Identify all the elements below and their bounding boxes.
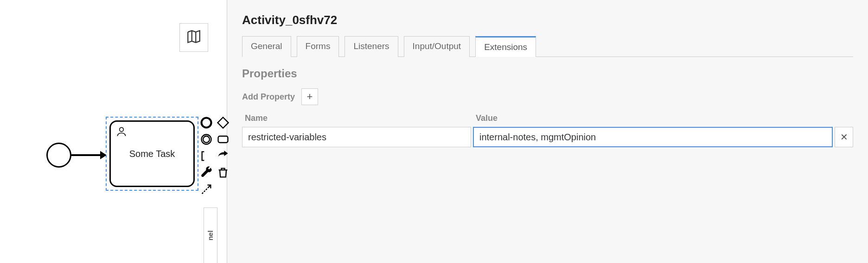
app-root: Some Task	[0, 0, 868, 263]
svg-rect-7	[218, 136, 228, 143]
bpmn-diagram[interactable]: Some Task	[46, 120, 232, 213]
delete-icon[interactable]	[216, 166, 230, 180]
connect-icon[interactable]	[199, 182, 213, 196]
column-name: Name	[245, 113, 476, 123]
properties-panel: Activity_0sfhv72 General Forms Listeners…	[227, 0, 868, 263]
add-property-label: Add Property	[242, 92, 295, 102]
property-row: ✕	[242, 127, 853, 147]
svg-rect-4	[217, 117, 228, 128]
tab-forms[interactable]: Forms	[297, 36, 339, 57]
column-value: Value	[476, 113, 832, 123]
delete-property-button[interactable]: ✕	[835, 127, 853, 147]
properties-tabs: General Forms Listeners Input/Output Ext…	[242, 36, 853, 57]
annotation-icon[interactable]	[199, 149, 213, 163]
property-name-input[interactable]	[242, 127, 471, 147]
svg-point-2	[120, 127, 124, 132]
tab-listeners[interactable]: Listeners	[345, 36, 398, 57]
tab-extensions[interactable]: Extensions	[475, 36, 536, 57]
column-actions	[832, 113, 850, 123]
tab-input-output[interactable]: Input/Output	[404, 36, 470, 57]
svg-point-3	[202, 118, 211, 128]
user-icon	[115, 125, 128, 139]
task-label: Some Task	[129, 149, 175, 159]
sequence-flow[interactable]	[71, 154, 106, 156]
append-gateway-icon[interactable]	[216, 116, 230, 130]
change-type-icon[interactable]	[216, 149, 230, 163]
properties-table: Name Value ✕	[242, 113, 853, 147]
minimap-toggle[interactable]	[179, 23, 208, 52]
append-end-event-icon[interactable]	[199, 116, 213, 130]
add-property-row: Add Property +	[242, 88, 853, 105]
section-title: Properties	[242, 67, 853, 80]
user-task[interactable]: Some Task	[109, 120, 195, 187]
append-intermediate-event-icon[interactable]	[199, 132, 213, 146]
collapse-label: nel	[207, 231, 215, 241]
tab-general[interactable]: General	[242, 36, 291, 57]
plus-icon: +	[307, 92, 313, 102]
map-icon	[186, 29, 202, 46]
add-property-button[interactable]: +	[301, 88, 318, 105]
panel-collapse-handle[interactable]: nel	[204, 207, 217, 263]
close-icon: ✕	[840, 132, 848, 143]
diagram-canvas[interactable]: Some Task	[0, 0, 227, 263]
entity-title: Activity_0sfhv72	[242, 13, 853, 27]
append-task-icon[interactable]	[216, 132, 230, 146]
start-event[interactable]	[46, 143, 71, 168]
svg-point-6	[203, 136, 210, 143]
property-value-input[interactable]	[473, 127, 833, 147]
wrench-icon[interactable]	[199, 166, 213, 180]
context-pad	[199, 116, 232, 199]
properties-header: Name Value	[242, 113, 853, 127]
